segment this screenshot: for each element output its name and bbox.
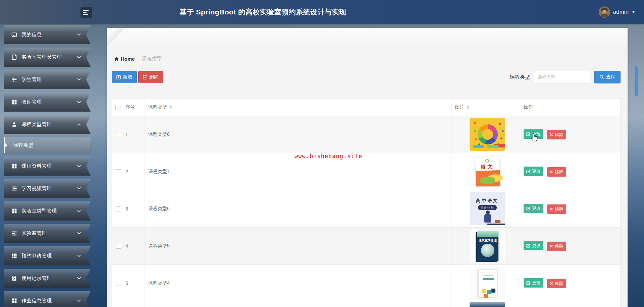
edit-pencil-icon xyxy=(526,244,530,248)
edit-button[interactable]: 更改 xyxy=(524,129,543,139)
row-number: 2 xyxy=(122,153,145,190)
add-button-label: 新增 xyxy=(123,74,132,80)
chevron-down-icon xyxy=(77,232,81,235)
chevron-down-icon xyxy=(77,165,81,168)
course-image-thumbnail: 现代化学原理 xyxy=(470,230,505,262)
remove-button-label: 移除 xyxy=(555,169,564,175)
sidebar-item-usage-record-mgmt[interactable]: 使用记录管理 xyxy=(4,269,91,288)
table-row: 4 课程类型5 现代化学原理 xyxy=(112,228,621,265)
course-image-thumbnail: 语文 xyxy=(470,155,505,188)
row-number: 3 xyxy=(122,190,145,228)
minus-square-icon xyxy=(143,75,147,79)
scrollbar-thumb[interactable] xyxy=(635,66,638,96)
search-field-label: 课程类型 xyxy=(510,74,530,80)
search-button[interactable]: 查询 xyxy=(594,71,621,83)
sidebar-item-course-type-mgmt[interactable]: 课程类型管理 xyxy=(4,115,91,134)
breadcrumb-current: 课程类型 xyxy=(142,56,162,62)
edit-pencil-icon xyxy=(526,206,530,210)
remove-button[interactable]: ✕ 移除 xyxy=(547,204,566,214)
sidebar-item-label: 课程资料管理 xyxy=(21,163,52,169)
top-header-bar: 基于 SpringBoot 的高校实验室预约系统设计与实现 admin ▼ xyxy=(0,0,644,24)
page-curl-decoration xyxy=(107,28,125,46)
table-grid-icon xyxy=(11,253,17,259)
column-header-actions: 操作 xyxy=(520,99,621,116)
plus-square-icon xyxy=(116,75,121,79)
add-button[interactable]: 新增 xyxy=(112,71,137,83)
user-menu[interactable]: admin ▼ xyxy=(599,0,635,24)
sidebar-nav: 我的信息 实验室管理员管理 学生管理 xyxy=(0,24,94,307)
delete-button[interactable]: 删除 xyxy=(138,71,163,83)
sidebar-item-lab-type-mgmt[interactable]: 实验室类型管理 xyxy=(4,201,91,221)
edit-button[interactable]: 更改 xyxy=(524,204,543,213)
row-checkbox[interactable] xyxy=(116,169,121,174)
row-checkbox[interactable] xyxy=(116,281,121,286)
edit-button[interactable]: 更改 xyxy=(524,278,543,288)
delete-button-label: 删除 xyxy=(149,74,159,80)
chevron-down-icon xyxy=(77,299,81,302)
edit-button-label: 更改 xyxy=(532,280,541,286)
chevron-down-icon xyxy=(77,187,81,190)
row-checkbox[interactable] xyxy=(116,244,121,249)
course-type-cell: 课程类型8 xyxy=(145,116,451,153)
table-row: 2 课程类型7 语文 xyxy=(112,153,621,190)
sidebar-item-label: 预约申请管理 xyxy=(21,253,52,259)
sidebar-item-my-info[interactable]: 我的信息 xyxy=(4,25,91,44)
edit-button-label: 更改 xyxy=(532,243,541,249)
course-image-thumbnail xyxy=(470,302,505,307)
chevron-down-icon xyxy=(77,78,81,81)
book-icon xyxy=(11,54,17,60)
cover-title: 高中语文 xyxy=(470,198,505,204)
sidebar-item-lab-admin-mgmt[interactable]: 实验室管理员管理 xyxy=(4,48,91,67)
sidebar-item-label: 作业信息管理 xyxy=(21,298,52,304)
select-all-checkbox[interactable] xyxy=(115,105,120,110)
cover-badge: 高分计划 xyxy=(478,205,497,210)
edit-button-label: 更改 xyxy=(532,205,541,211)
sidebar-item-label: 我的信息 xyxy=(21,32,42,38)
chevron-down-icon xyxy=(77,277,81,280)
breadcrumb-home-link[interactable]: Home xyxy=(114,56,135,62)
course-image-thumbnail xyxy=(470,267,505,300)
edit-pencil-icon xyxy=(526,169,530,173)
remove-button[interactable]: ✕ 移除 xyxy=(547,167,566,177)
column-header-no: 序号 xyxy=(122,99,145,116)
remove-button-label: 移除 xyxy=(555,206,564,212)
row-number: 5 xyxy=(122,265,145,302)
remove-button[interactable]: ✕ 移除 xyxy=(547,242,566,251)
course-image-thumbnail: 高中语文 高分计划 xyxy=(470,192,505,225)
row-checkbox[interactable] xyxy=(116,132,121,137)
table-row: 1 课程类型8 更改 xyxy=(112,116,621,153)
row-checkbox[interactable] xyxy=(116,206,121,211)
caret-down-icon: ▼ xyxy=(632,10,635,14)
breadcrumb-home-label: Home xyxy=(121,56,135,62)
edit-button[interactable]: 更改 xyxy=(524,241,543,250)
sidebar-item-course-material-mgmt[interactable]: 课程资料管理 xyxy=(4,157,91,176)
sidebar-item-label: 教师管理 xyxy=(21,99,42,105)
sidebar-item-reservation-mgmt[interactable]: 预约申请管理 xyxy=(4,246,91,265)
course-type-cell: 课程类型6 xyxy=(145,190,451,228)
sidebar-item-teacher-mgmt[interactable]: 教师管理 xyxy=(4,93,91,112)
app-screen: 基于 SpringBoot 的高校实验室预约系统设计与实现 admin ▼ 我的… xyxy=(0,0,644,307)
sidebar-subitem-course-type-active[interactable]: 课程类型 xyxy=(4,137,91,153)
column-header-course-type[interactable]: 课程类型 xyxy=(145,99,451,116)
sidebar-item-label: 课程类型管理 xyxy=(21,121,52,128)
sidebar-item-learning-video-mgmt[interactable]: 学习视频管理 xyxy=(4,179,91,198)
sidebar-item-homework-info-mgmt[interactable]: 作业信息管理 xyxy=(4,291,91,307)
chevron-down-icon xyxy=(77,33,81,36)
column-header-image[interactable]: 图片 xyxy=(451,99,520,116)
course-image-thumbnail xyxy=(470,118,505,151)
content-panel: Home - 课程类型 新增 删除 课程类型 查询 xyxy=(107,28,628,307)
remove-button[interactable]: ✕ 移除 xyxy=(547,279,566,288)
search-input[interactable] xyxy=(534,71,590,83)
table-row-partial xyxy=(112,302,621,307)
row-number: 4 xyxy=(122,228,145,265)
edit-pencil-icon xyxy=(526,132,530,136)
sidebar-item-label: 实验室类型管理 xyxy=(21,208,57,214)
sidebar-toggle-button[interactable] xyxy=(80,7,92,18)
edit-button[interactable]: 更改 xyxy=(524,167,543,176)
grid-icon xyxy=(11,99,17,105)
sliders-icon xyxy=(11,77,17,82)
remove-button[interactable]: ✕ 移除 xyxy=(547,130,566,139)
sidebar-item-student-mgmt[interactable]: 学生管理 xyxy=(4,70,91,89)
sidebar-item-lab-mgmt[interactable]: 实验室管理 xyxy=(4,224,91,243)
grid-icon xyxy=(11,298,17,304)
